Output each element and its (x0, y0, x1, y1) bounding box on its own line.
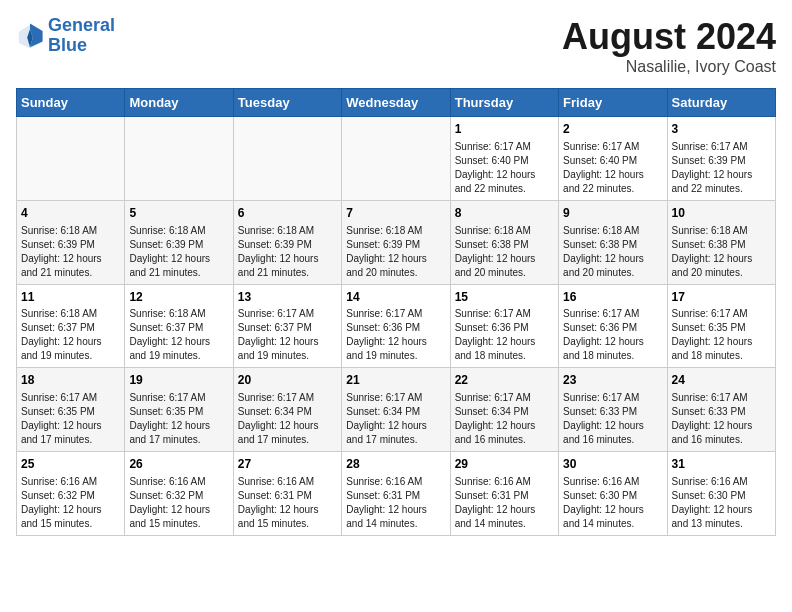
day-number: 9 (563, 205, 662, 222)
day-info: Sunrise: 6:18 AMSunset: 6:37 PMDaylight:… (21, 307, 120, 363)
calendar-cell (233, 117, 341, 201)
calendar-cell (342, 117, 450, 201)
calendar-cell: 7Sunrise: 6:18 AMSunset: 6:39 PMDaylight… (342, 200, 450, 284)
calendar-cell: 14Sunrise: 6:17 AMSunset: 6:36 PMDayligh… (342, 284, 450, 368)
calendar-body: 1Sunrise: 6:17 AMSunset: 6:40 PMDaylight… (17, 117, 776, 536)
calendar-cell: 16Sunrise: 6:17 AMSunset: 6:36 PMDayligh… (559, 284, 667, 368)
day-number: 19 (129, 372, 228, 389)
day-info: Sunrise: 6:17 AMSunset: 6:37 PMDaylight:… (238, 307, 337, 363)
calendar-cell: 25Sunrise: 6:16 AMSunset: 6:32 PMDayligh… (17, 452, 125, 536)
day-number: 4 (21, 205, 120, 222)
day-number: 16 (563, 289, 662, 306)
day-info: Sunrise: 6:17 AMSunset: 6:36 PMDaylight:… (455, 307, 554, 363)
day-number: 6 (238, 205, 337, 222)
calendar-cell: 21Sunrise: 6:17 AMSunset: 6:34 PMDayligh… (342, 368, 450, 452)
day-number: 14 (346, 289, 445, 306)
calendar-cell: 13Sunrise: 6:17 AMSunset: 6:37 PMDayligh… (233, 284, 341, 368)
calendar-week-row: 25Sunrise: 6:16 AMSunset: 6:32 PMDayligh… (17, 452, 776, 536)
calendar-week-row: 4Sunrise: 6:18 AMSunset: 6:39 PMDaylight… (17, 200, 776, 284)
calendar-cell: 26Sunrise: 6:16 AMSunset: 6:32 PMDayligh… (125, 452, 233, 536)
day-info: Sunrise: 6:18 AMSunset: 6:39 PMDaylight:… (346, 224, 445, 280)
day-header-wednesday: Wednesday (342, 89, 450, 117)
day-number: 27 (238, 456, 337, 473)
day-number: 22 (455, 372, 554, 389)
day-number: 13 (238, 289, 337, 306)
day-number: 31 (672, 456, 771, 473)
day-info: Sunrise: 6:16 AMSunset: 6:30 PMDaylight:… (672, 475, 771, 531)
page-header: General Blue August 2024 Nasalilie, Ivor… (16, 16, 776, 76)
day-number: 7 (346, 205, 445, 222)
day-number: 24 (672, 372, 771, 389)
calendar-cell: 31Sunrise: 6:16 AMSunset: 6:30 PMDayligh… (667, 452, 775, 536)
day-info: Sunrise: 6:16 AMSunset: 6:30 PMDaylight:… (563, 475, 662, 531)
calendar-cell: 3Sunrise: 6:17 AMSunset: 6:39 PMDaylight… (667, 117, 775, 201)
day-info: Sunrise: 6:17 AMSunset: 6:35 PMDaylight:… (129, 391, 228, 447)
day-info: Sunrise: 6:18 AMSunset: 6:38 PMDaylight:… (563, 224, 662, 280)
day-info: Sunrise: 6:16 AMSunset: 6:31 PMDaylight:… (346, 475, 445, 531)
day-info: Sunrise: 6:16 AMSunset: 6:31 PMDaylight:… (238, 475, 337, 531)
calendar-cell: 5Sunrise: 6:18 AMSunset: 6:39 PMDaylight… (125, 200, 233, 284)
day-info: Sunrise: 6:17 AMSunset: 6:34 PMDaylight:… (455, 391, 554, 447)
calendar-cell: 2Sunrise: 6:17 AMSunset: 6:40 PMDaylight… (559, 117, 667, 201)
day-number: 12 (129, 289, 228, 306)
day-info: Sunrise: 6:17 AMSunset: 6:36 PMDaylight:… (346, 307, 445, 363)
day-info: Sunrise: 6:18 AMSunset: 6:39 PMDaylight:… (21, 224, 120, 280)
calendar-week-row: 11Sunrise: 6:18 AMSunset: 6:37 PMDayligh… (17, 284, 776, 368)
main-title: August 2024 (562, 16, 776, 58)
calendar-cell: 9Sunrise: 6:18 AMSunset: 6:38 PMDaylight… (559, 200, 667, 284)
day-header-friday: Friday (559, 89, 667, 117)
day-info: Sunrise: 6:17 AMSunset: 6:39 PMDaylight:… (672, 140, 771, 196)
day-info: Sunrise: 6:17 AMSunset: 6:40 PMDaylight:… (563, 140, 662, 196)
calendar-cell: 28Sunrise: 6:16 AMSunset: 6:31 PMDayligh… (342, 452, 450, 536)
calendar-cell: 18Sunrise: 6:17 AMSunset: 6:35 PMDayligh… (17, 368, 125, 452)
day-header-monday: Monday (125, 89, 233, 117)
day-info: Sunrise: 6:18 AMSunset: 6:38 PMDaylight:… (455, 224, 554, 280)
calendar-cell: 24Sunrise: 6:17 AMSunset: 6:33 PMDayligh… (667, 368, 775, 452)
calendar-cell: 29Sunrise: 6:16 AMSunset: 6:31 PMDayligh… (450, 452, 558, 536)
calendar-cell: 27Sunrise: 6:16 AMSunset: 6:31 PMDayligh… (233, 452, 341, 536)
day-info: Sunrise: 6:17 AMSunset: 6:35 PMDaylight:… (672, 307, 771, 363)
day-number: 25 (21, 456, 120, 473)
day-number: 30 (563, 456, 662, 473)
subtitle: Nasalilie, Ivory Coast (562, 58, 776, 76)
day-number: 23 (563, 372, 662, 389)
day-info: Sunrise: 6:17 AMSunset: 6:40 PMDaylight:… (455, 140, 554, 196)
calendar-cell: 15Sunrise: 6:17 AMSunset: 6:36 PMDayligh… (450, 284, 558, 368)
calendar-cell: 11Sunrise: 6:18 AMSunset: 6:37 PMDayligh… (17, 284, 125, 368)
calendar-cell: 20Sunrise: 6:17 AMSunset: 6:34 PMDayligh… (233, 368, 341, 452)
day-number: 5 (129, 205, 228, 222)
logo: General Blue (16, 16, 115, 56)
calendar-week-row: 18Sunrise: 6:17 AMSunset: 6:35 PMDayligh… (17, 368, 776, 452)
day-number: 20 (238, 372, 337, 389)
day-number: 11 (21, 289, 120, 306)
calendar-cell: 30Sunrise: 6:16 AMSunset: 6:30 PMDayligh… (559, 452, 667, 536)
calendar-cell: 19Sunrise: 6:17 AMSunset: 6:35 PMDayligh… (125, 368, 233, 452)
day-header-sunday: Sunday (17, 89, 125, 117)
day-header-saturday: Saturday (667, 89, 775, 117)
day-number: 15 (455, 289, 554, 306)
day-info: Sunrise: 6:16 AMSunset: 6:32 PMDaylight:… (129, 475, 228, 531)
day-info: Sunrise: 6:17 AMSunset: 6:36 PMDaylight:… (563, 307, 662, 363)
day-info: Sunrise: 6:16 AMSunset: 6:32 PMDaylight:… (21, 475, 120, 531)
logo-line2: Blue (48, 35, 87, 55)
title-block: August 2024 Nasalilie, Ivory Coast (562, 16, 776, 76)
day-info: Sunrise: 6:17 AMSunset: 6:34 PMDaylight:… (346, 391, 445, 447)
calendar-cell: 4Sunrise: 6:18 AMSunset: 6:39 PMDaylight… (17, 200, 125, 284)
day-info: Sunrise: 6:16 AMSunset: 6:31 PMDaylight:… (455, 475, 554, 531)
calendar-cell: 17Sunrise: 6:17 AMSunset: 6:35 PMDayligh… (667, 284, 775, 368)
day-header-tuesday: Tuesday (233, 89, 341, 117)
calendar-cell: 22Sunrise: 6:17 AMSunset: 6:34 PMDayligh… (450, 368, 558, 452)
day-number: 29 (455, 456, 554, 473)
day-number: 21 (346, 372, 445, 389)
day-info: Sunrise: 6:18 AMSunset: 6:38 PMDaylight:… (672, 224, 771, 280)
calendar-cell: 23Sunrise: 6:17 AMSunset: 6:33 PMDayligh… (559, 368, 667, 452)
calendar-week-row: 1Sunrise: 6:17 AMSunset: 6:40 PMDaylight… (17, 117, 776, 201)
calendar-table: SundayMondayTuesdayWednesdayThursdayFrid… (16, 88, 776, 536)
day-header-thursday: Thursday (450, 89, 558, 117)
day-number: 10 (672, 205, 771, 222)
day-number: 3 (672, 121, 771, 138)
day-number: 2 (563, 121, 662, 138)
day-number: 18 (21, 372, 120, 389)
calendar-cell (125, 117, 233, 201)
day-number: 17 (672, 289, 771, 306)
